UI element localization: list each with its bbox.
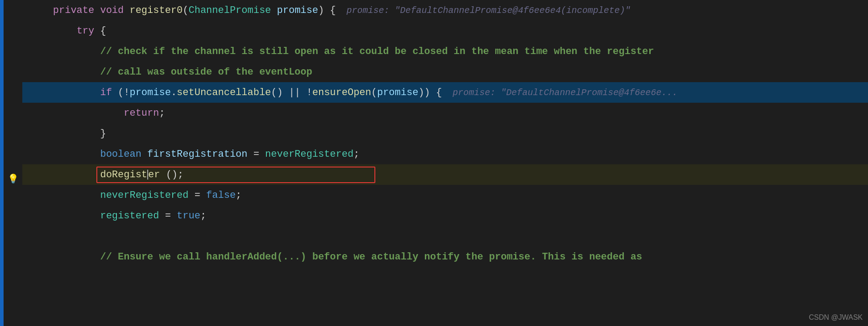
token-promise-if: promise [129,87,170,98]
gutter: 💡 [4,0,22,326]
token-boolean: boolean [100,149,141,160]
token-try: try [77,25,95,37]
code-line-5: if (! promise . setUncancellable () || !… [22,82,868,103]
token-comment-3: // Ensure we call handlerAdded(...) befo… [100,251,642,263]
code-line-12 [22,226,868,247]
token-promise-arg: promise [377,87,418,98]
token-if: if [100,87,112,98]
left-indicator-bar [0,0,4,326]
code-line-6: return ; [22,103,868,123]
token-neverregistered-2: neverRegistered [100,190,188,201]
inline-hint-2: promise: "DefaultChannelPromise@4f6ee6e.… [453,88,677,98]
boxed-doregister: doRegister (); [100,169,183,180]
indent-1 [29,5,53,16]
token-true: true [177,210,200,222]
code-area: private void register0 ( ChannelPromise … [22,0,868,326]
code-line-13: // Ensure we call handlerAdded(...) befo… [22,247,868,267]
code-line-2: try { [22,21,868,41]
watermark: CSDN @JWASK [809,313,863,322]
token-register0: register0 [129,5,183,16]
token-doregister-2: er [148,169,160,180]
lightbulb-icon[interactable]: 💡 [8,173,19,184]
token-return: return [124,108,159,119]
code-line-3: // check if the channel is still open as… [22,41,868,62]
inline-hint-1: promise: "DefaultChannelPromise@4f6ee6e4… [347,5,631,16]
token-neverregistered-1: neverRegistered [265,149,353,160]
token-ensureopen: ensureOpen [312,87,371,98]
code-line-9: doRegister (); [22,164,868,185]
token-false: false [206,190,236,201]
token-comment-2: // call was outside of the eventLoop [100,67,312,78]
editor-container: 💡 private void register0 ( ChannelPromis… [0,0,868,326]
token-void: void [100,5,124,16]
token-registered: registered [100,210,159,222]
code-line-8: boolean firstRegistration = neverRegiste… [22,144,868,164]
code-line-7: } [22,123,868,144]
token-promise-param: promise [277,5,318,16]
code-line-1: private void register0 ( ChannelPromise … [22,0,868,21]
code-line-11: registered = true ; [22,205,868,226]
token-private: private [53,5,94,16]
token-channelpromise: ChannelPromise [188,5,271,16]
code-line-4: // call was outside of the eventLoop [22,62,868,82]
token-comment-1: // check if the channel is still open as… [100,46,654,57]
token-doregister: doRegist [100,169,147,180]
token-firstregistration: firstRegistration [147,149,247,160]
code-line-10: neverRegistered = false ; [22,185,868,205]
token-setuncancellable: setUncancellable [177,87,271,98]
